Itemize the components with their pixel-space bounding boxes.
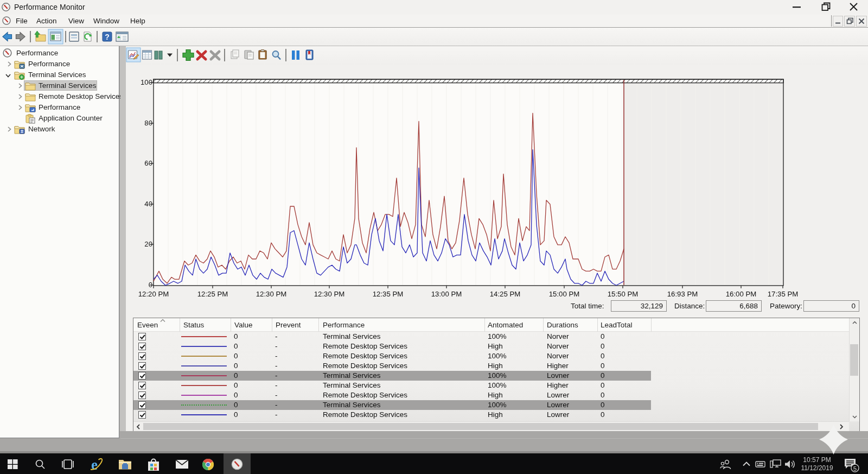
svg-text:12:30 PM: 12:30 PM xyxy=(256,290,286,298)
svg-text:80: 80 xyxy=(144,119,152,127)
svg-text:12:20 PM: 12:20 PM xyxy=(138,290,169,298)
svg-text:5: 5 xyxy=(853,465,857,472)
svg-text:14:25 PM: 14:25 PM xyxy=(490,290,520,298)
svg-text:40: 40 xyxy=(144,200,152,208)
svg-text:100: 100 xyxy=(141,78,152,86)
svg-text:12:35 PM: 12:35 PM xyxy=(373,290,403,298)
svg-text:20: 20 xyxy=(144,240,152,248)
svg-text:0: 0 xyxy=(149,281,152,289)
svg-text:16:00 PM: 16:00 PM xyxy=(726,290,756,298)
svg-text:?: ? xyxy=(105,33,110,41)
svg-text:12:30 PM: 12:30 PM xyxy=(314,290,344,298)
svg-text:15:50 PM: 15:50 PM xyxy=(608,290,638,298)
svg-text:60: 60 xyxy=(144,159,152,167)
svg-text:12:25 PM: 12:25 PM xyxy=(197,290,228,298)
svg-text:16:93 PM: 16:93 PM xyxy=(667,290,698,298)
svg-text:13:00 PM: 13:00 PM xyxy=(431,290,462,298)
svg-text:15:00 PM: 15:00 PM xyxy=(549,290,579,298)
svg-text:17:35 PM: 17:35 PM xyxy=(768,290,798,298)
